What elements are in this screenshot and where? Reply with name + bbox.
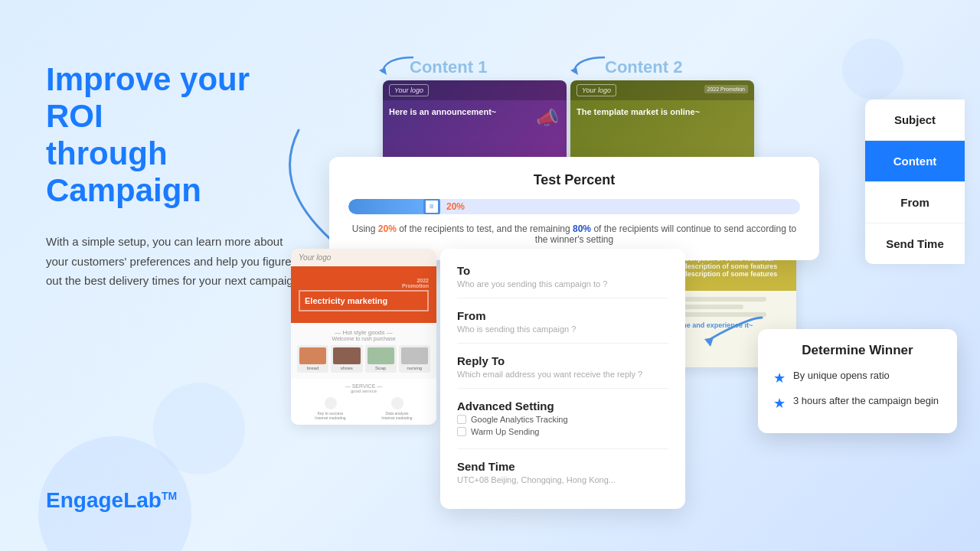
template-footer: — SERVICE — good service Key to success …	[291, 379, 436, 425]
warmup-checkbox[interactable]	[457, 427, 466, 436]
form-section-reply: Reply To Which email address you want re…	[457, 354, 668, 389]
star-icon-2: ★	[773, 395, 786, 412]
svg-marker-2	[704, 337, 714, 347]
email-preview-1: Your logo Here is an announcement~ 📣	[383, 80, 567, 168]
form-from-placeholder: Who is sending this campaign ?	[457, 324, 668, 334]
form-warmup-row: Warm Up Sending	[457, 427, 668, 436]
preview1-header: Your logo	[383, 80, 567, 100]
slider-container[interactable]: 20%	[348, 199, 800, 214]
product-soap-image	[368, 347, 394, 364]
slider-fill	[348, 199, 439, 214]
email-preview-2: Your logo The template market is online~…	[570, 80, 754, 168]
product-bread-name: bread	[299, 366, 326, 370]
sidebar-item-from[interactable]: From	[865, 182, 965, 223]
svg-marker-0	[379, 67, 387, 75]
analytics-label: Google Analytics Tracking	[471, 415, 568, 424]
form-section-sendtime: Send Time UTC+08 Beijing, Chongqing, Hon…	[457, 460, 668, 494]
product-shoes-image	[333, 347, 360, 364]
logo-text: EngageLabTM	[46, 488, 177, 513]
determine-winner-card: Determine Winner ★ By unique opens ratio…	[758, 329, 957, 433]
campaign-form-card: To Who are you sending this campaign to …	[440, 249, 685, 509]
sidebar-item-sendtime[interactable]: Send Time	[865, 223, 965, 264]
arrow-content1-icon	[375, 54, 421, 77]
preview1-body: Here is an announcement~ 📣	[383, 100, 567, 124]
form-to-label: To	[457, 264, 668, 277]
main-title: Improve your ROI through Campaign	[46, 61, 306, 209]
analytics-checkbox[interactable]	[457, 415, 466, 424]
footer-key-sub: Internet marketing	[315, 416, 345, 420]
star-icon-1: ★	[773, 370, 786, 386]
template-divider: — Hot style goods — Welcome to rush purc…	[297, 329, 430, 341]
right-sidebar: Subject Content From Send Time	[865, 99, 965, 264]
product-soap-name: Soap	[368, 366, 394, 370]
content-label-1: Content 1	[410, 57, 487, 77]
form-section-to: To Who are you sending this campaign to …	[457, 264, 668, 298]
form-sendtime-label: Send Time	[457, 460, 668, 473]
template-footer-items: Key to success Internet marketing Data a…	[297, 397, 430, 420]
determine-item-2: ★ 3 hours after the campaign begin	[773, 394, 942, 412]
form-advanced-label: Advanced Setting	[457, 399, 668, 412]
slider-percentage: 20%	[446, 201, 465, 212]
template-footer-divider: — SERVICE — good service	[297, 383, 430, 393]
content-label-2: Content 2	[605, 57, 682, 77]
description-text: With a simple setup, you can learn more …	[46, 232, 306, 291]
product-nursing: nursing	[399, 345, 430, 373]
form-reply-label: Reply To	[457, 354, 668, 367]
template-hero: 2022 Promotion Electricity marketing	[291, 266, 436, 323]
form-section-advanced: Advanced Setting Google Analytics Tracki…	[457, 399, 668, 449]
preview2-title: The template market is online~	[577, 106, 748, 118]
footer-data-sub: Internet marketing	[381, 416, 412, 420]
form-reply-placeholder: Which email address you want receive the…	[457, 370, 668, 379]
preview1-logo: Your logo	[389, 84, 429, 96]
determine-winner-title: Determine Winner	[773, 343, 942, 358]
product-shoes-name: shoes	[333, 366, 360, 370]
form-from-label: From	[457, 309, 668, 322]
form-section-from: From Who is sending this campaign ?	[457, 309, 668, 344]
arrow-determine-winner-icon	[704, 310, 766, 348]
test-percent-title: Test Percent	[348, 172, 800, 188]
template-product-grid: bread shoes Soap nursing	[297, 345, 430, 373]
test-percent-desc: Using 20% of the recipients to test, and…	[348, 223, 800, 245]
preview2-badge: 2022 Promotion	[704, 85, 748, 93]
form-to-placeholder: Who are you sending this campaign to ?	[457, 279, 668, 289]
determine-item-1: ★ By unique opens ratio	[773, 369, 942, 386]
warmup-label: Warm Up Sending	[471, 427, 539, 436]
slider-handle[interactable]	[423, 199, 440, 214]
sidebar-item-content[interactable]: Content	[865, 141, 965, 182]
template-hero-title: Electricity marketing	[299, 290, 429, 311]
slider-track: 20%	[348, 199, 800, 214]
product-soap: Soap	[365, 345, 397, 373]
chart-icon	[391, 397, 403, 409]
determine-text-2: 3 hours after the campaign begin	[793, 394, 939, 408]
template-products: — Hot style goods — Welcome to rush purc…	[291, 323, 436, 379]
product-bread-image	[299, 347, 326, 364]
product-nursing-name: nursing	[401, 366, 428, 370]
bg-decoration-2	[153, 383, 245, 474]
content-area: Content 1 Content 2 Your logo Here is an…	[291, 23, 965, 543]
footer-item-data: Data analysis Internet marketing	[381, 397, 412, 420]
form-analytics-row: Google Analytics Tracking	[457, 415, 668, 424]
email-template-card: Your logo 2022 Promotion Electricity mar…	[291, 249, 436, 425]
product-bread: bread	[297, 345, 328, 373]
key-icon	[325, 397, 337, 409]
determine-text-1: By unique opens ratio	[793, 369, 890, 383]
preview1-title: Here is an announcement~	[389, 106, 560, 118]
arrow-content2-icon	[567, 54, 612, 77]
product-nursing-image	[401, 347, 428, 364]
logo-section: EngageLabTM	[46, 488, 177, 513]
preview2-body: The template market is online~ 2022 Prom…	[570, 100, 754, 124]
test-percent-card: Test Percent 20% Using 20% of the recipi…	[329, 157, 819, 260]
template-header: Your logo	[291, 249, 436, 266]
product-shoes: shoes	[331, 345, 362, 373]
form-sendtime-value: UTC+08 Beijing, Chongqing, Hong Kong...	[457, 475, 668, 484]
svg-marker-1	[570, 67, 578, 75]
footer-item-key: Key to success Internet marketing	[315, 397, 345, 420]
preview2-logo: Your logo	[577, 84, 616, 96]
left-section: Improve your ROI through Campaign With a…	[46, 61, 306, 291]
sidebar-item-subject[interactable]: Subject	[865, 99, 965, 141]
